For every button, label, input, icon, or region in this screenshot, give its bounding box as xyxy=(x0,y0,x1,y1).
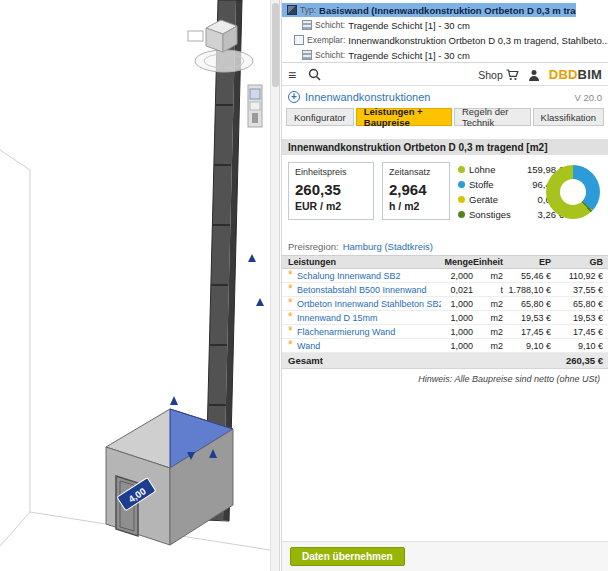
view-cube[interactable] xyxy=(188,20,253,72)
service-link[interactable]: Betonstabstahl B500 Innenwand xyxy=(297,285,441,295)
ep-value: 55,46 € xyxy=(503,271,551,281)
layer-icon xyxy=(302,20,312,30)
secondary-column xyxy=(248,85,262,127)
tree-row-prefix: Schicht: xyxy=(315,20,345,30)
col-menge: Menge xyxy=(441,257,473,267)
viewport-scene: 4,00 xyxy=(0,0,270,571)
star-icon: * xyxy=(288,282,297,297)
total-label: Gesamt xyxy=(288,355,551,366)
legend-label: Geräte xyxy=(469,194,534,205)
table-header: Leistungen Menge Einheit EP GB xyxy=(282,255,608,269)
shop-label: Shop xyxy=(478,69,503,81)
scrollbar-thumb[interactable] xyxy=(272,3,279,87)
ep-value: 65,80 € xyxy=(503,299,551,309)
service-link[interactable]: Wand xyxy=(297,341,441,351)
apply-button[interactable]: Daten übernehmen xyxy=(290,547,405,566)
col-leistungen: Leistungen xyxy=(288,257,441,267)
col-ep: EP xyxy=(503,257,551,267)
price-region-row: Preisregion: Hamburg (Stadtkreis) xyxy=(282,239,608,253)
menge-value: 2,000 xyxy=(441,271,473,281)
tree-row-label: Basiswand (Innenwandkonstruktion Ortbeto… xyxy=(319,5,576,16)
gb-value: 37,55 € xyxy=(551,285,603,295)
menge-value: 0,021 xyxy=(441,285,473,295)
service-link[interactable]: Innenwand D 15mm xyxy=(297,313,441,323)
cart-icon xyxy=(506,69,519,81)
tree-row-prefix: Schicht: xyxy=(315,50,345,60)
tree-row-prefix: Exemplar: xyxy=(307,35,345,45)
service-link[interactable]: Schalung Innenwand SB2 xyxy=(297,271,441,281)
tree-row-label: Tragende Schicht [1] - 30 cm xyxy=(348,50,470,61)
search-icon[interactable] xyxy=(308,68,321,81)
tree-row-layer-1[interactable]: Schicht: Tragende Schicht [1] - 30 cm xyxy=(282,18,608,32)
tree-row-prefix: Typ: xyxy=(300,5,316,15)
tab-konfigurator[interactable]: Konfigurator xyxy=(286,108,354,126)
ep-value: 17,45 € xyxy=(503,327,551,337)
tree-row-layer-2[interactable]: Schicht: Tragende Schicht [1] - 30 cm xyxy=(282,48,608,62)
col-einheit: Einheit xyxy=(473,257,503,267)
tab-bar: Konfigurator Leistungen + Baupreise Rege… xyxy=(282,108,608,126)
service-link[interactable]: Ortbeton Innenwand Stahlbeton SB2 D 30cm xyxy=(297,299,441,309)
table-row: * Innenwand D 15mm 1,000 m2 19,53 € 19,5… xyxy=(282,311,608,325)
einheit-value: m2 xyxy=(473,341,503,351)
vertical-scrollbar[interactable] xyxy=(270,0,280,571)
menge-value: 1,000 xyxy=(441,341,473,351)
tree-row-instance[interactable]: Exemplar: Innenwandkonstruktion Ortbeton… xyxy=(282,33,608,47)
table-row: * Schalung Innenwand SB2 2,000 m2 55,46 … xyxy=(282,269,608,283)
tree-row-label: Innenwandkonstruktion Ortbeton D 0,3 m t… xyxy=(348,35,608,46)
table-row: * Betonstabstahl B500 Innenwand 0,021 t … xyxy=(282,283,608,297)
construction-header: Innenwandkonstruktion Ortbeton D 0,3 m t… xyxy=(282,139,608,155)
total-row: Gesamt 260,35 € xyxy=(282,353,608,369)
einheit-value: m2 xyxy=(473,327,503,337)
tab-klassifikation[interactable]: Klassifikation xyxy=(533,108,604,126)
category-link[interactable]: Innenwandkonstruktionen xyxy=(305,91,430,103)
legend-label: Löhne xyxy=(469,164,523,175)
tree-row-label: Tragende Schicht [1] - 30 cm xyxy=(348,20,470,31)
unit-price-box: Einheitspreis 260,35 EUR / m2 xyxy=(288,162,374,220)
plus-circle-icon[interactable]: + xyxy=(288,91,300,103)
menge-value: 1,000 xyxy=(441,313,473,323)
netto-note: Hinweis: Alle Baupreise sind netto (ohne… xyxy=(418,374,600,384)
nav-row: + Innenwandkonstruktionen V 20.0 xyxy=(282,87,608,107)
menge-value: 1,000 xyxy=(441,327,473,337)
tree-row-type[interactable]: Typ: Basiswand (Innenwandkonstruktion Or… xyxy=(282,3,576,17)
gb-value: 9,10 € xyxy=(551,341,603,351)
price-region-link[interactable]: Hamburg (Stadtkreis) xyxy=(343,241,433,252)
dbd-bim-app: 4,00 Typ: Basiswand (Innenwandkonstrukti… xyxy=(0,0,608,571)
legend-item: Löhne 159,98 € xyxy=(458,162,564,177)
viewport-3d[interactable]: 4,00 xyxy=(0,0,270,571)
tab-regeln-der-technik[interactable]: Regeln der Technik xyxy=(454,108,531,126)
version-label: V 20.0 xyxy=(575,92,602,103)
dbd-panel: Typ: Basiswand (Innenwandkonstruktion Or… xyxy=(281,0,608,571)
service-link[interactable]: Flächenarmierung Wand xyxy=(297,327,441,337)
time-rate-label: Zeitansatz xyxy=(389,167,443,177)
time-rate-box: Zeitansatz 2,964 h / m2 xyxy=(382,162,450,220)
einheit-value: m2 xyxy=(473,299,503,309)
einheit-value: t xyxy=(473,285,503,295)
total-value: 260,35 € xyxy=(551,355,603,366)
col-gb: GB xyxy=(551,257,603,267)
legend-dot xyxy=(458,211,465,218)
wall-type-icon xyxy=(287,5,297,15)
legend-item: Sonstiges 3,26 € xyxy=(458,207,564,222)
star-icon: * xyxy=(288,296,297,311)
table-row: * Flächenarmierung Wand 1,000 m2 17,45 €… xyxy=(282,325,608,339)
menu-icon[interactable]: ≡ xyxy=(288,68,296,82)
tab-leistungen-baupreise[interactable]: Leistungen + Baupreise xyxy=(356,108,452,126)
einheit-value: m2 xyxy=(473,313,503,323)
shop-button[interactable]: Shop xyxy=(478,69,519,81)
account-icon[interactable] xyxy=(528,69,540,81)
time-rate-unit: h / m2 xyxy=(389,200,443,212)
star-icon: * xyxy=(288,338,297,353)
legend-dot xyxy=(458,181,465,188)
services-table: Leistungen Menge Einheit EP GB * Schalun… xyxy=(282,255,608,369)
logo-dbd: DBD xyxy=(549,67,578,82)
dbd-bim-logo: DBDBIM xyxy=(549,67,602,82)
legend-label: Stoffe xyxy=(469,179,528,190)
table-row: * Wand 1,000 m2 9,10 € 9,10 € xyxy=(282,339,608,353)
instance-icon xyxy=(294,35,304,45)
star-icon: * xyxy=(288,268,297,283)
star-icon: * xyxy=(288,324,297,339)
selected-box[interactable] xyxy=(106,409,233,545)
price-summary: Einheitspreis 260,35 EUR / m2 Zeitansatz… xyxy=(282,155,608,237)
logo-bim: BIM xyxy=(578,67,602,82)
